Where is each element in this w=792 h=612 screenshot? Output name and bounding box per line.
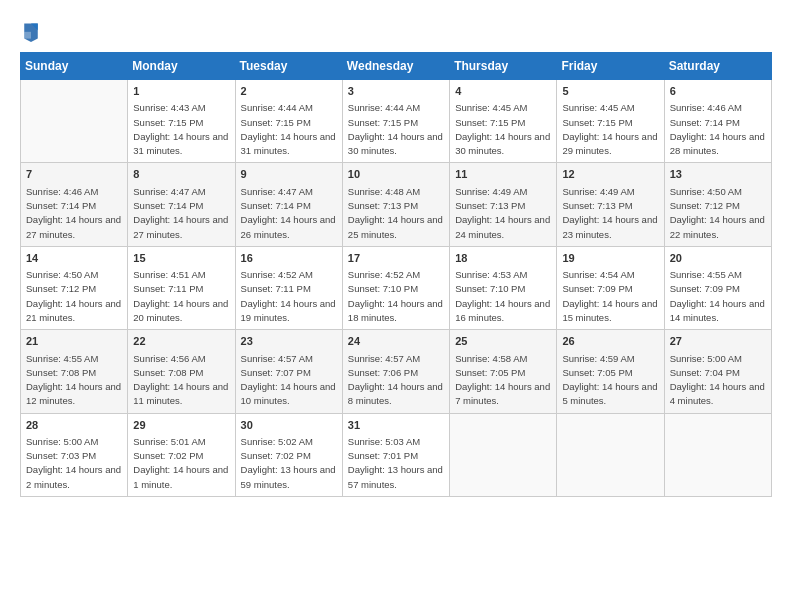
day-info: Sunrise: 4:54 AMSunset: 7:09 PMDaylight:…: [562, 268, 658, 325]
day-info: Sunrise: 5:03 AMSunset: 7:01 PMDaylight:…: [348, 435, 444, 492]
day-number: 15: [133, 251, 229, 266]
day-info: Sunrise: 4:47 AMSunset: 7:14 PMDaylight:…: [133, 185, 229, 242]
day-cell: 10Sunrise: 4:48 AMSunset: 7:13 PMDayligh…: [342, 163, 449, 246]
day-cell: 24Sunrise: 4:57 AMSunset: 7:06 PMDayligh…: [342, 330, 449, 413]
day-info: Sunrise: 4:46 AMSunset: 7:14 PMDaylight:…: [26, 185, 122, 242]
day-info: Sunrise: 4:48 AMSunset: 7:13 PMDaylight:…: [348, 185, 444, 242]
day-number: 7: [26, 167, 122, 182]
day-number: 18: [455, 251, 551, 266]
general-blue-logo-icon: [22, 20, 40, 42]
week-row-3: 14Sunrise: 4:50 AMSunset: 7:12 PMDayligh…: [21, 246, 772, 329]
day-number: 10: [348, 167, 444, 182]
day-info: Sunrise: 4:49 AMSunset: 7:13 PMDaylight:…: [562, 185, 658, 242]
day-cell: 28Sunrise: 5:00 AMSunset: 7:03 PMDayligh…: [21, 413, 128, 496]
day-info: Sunrise: 4:58 AMSunset: 7:05 PMDaylight:…: [455, 352, 551, 409]
day-number: 11: [455, 167, 551, 182]
day-number: 13: [670, 167, 766, 182]
day-number: 3: [348, 84, 444, 99]
day-number: 12: [562, 167, 658, 182]
day-cell: [557, 413, 664, 496]
day-info: Sunrise: 4:55 AMSunset: 7:08 PMDaylight:…: [26, 352, 122, 409]
day-cell: 6Sunrise: 4:46 AMSunset: 7:14 PMDaylight…: [664, 80, 771, 163]
day-info: Sunrise: 4:57 AMSunset: 7:06 PMDaylight:…: [348, 352, 444, 409]
day-cell: 13Sunrise: 4:50 AMSunset: 7:12 PMDayligh…: [664, 163, 771, 246]
day-info: Sunrise: 4:46 AMSunset: 7:14 PMDaylight:…: [670, 101, 766, 158]
day-number: 25: [455, 334, 551, 349]
day-cell: [450, 413, 557, 496]
day-number: 4: [455, 84, 551, 99]
day-info: Sunrise: 5:01 AMSunset: 7:02 PMDaylight:…: [133, 435, 229, 492]
col-header-tuesday: Tuesday: [235, 53, 342, 80]
day-cell: 16Sunrise: 4:52 AMSunset: 7:11 PMDayligh…: [235, 246, 342, 329]
day-info: Sunrise: 4:55 AMSunset: 7:09 PMDaylight:…: [670, 268, 766, 325]
day-cell: 1Sunrise: 4:43 AMSunset: 7:15 PMDaylight…: [128, 80, 235, 163]
day-number: 6: [670, 84, 766, 99]
day-number: 1: [133, 84, 229, 99]
day-number: 17: [348, 251, 444, 266]
day-cell: 4Sunrise: 4:45 AMSunset: 7:15 PMDaylight…: [450, 80, 557, 163]
day-cell: 18Sunrise: 4:53 AMSunset: 7:10 PMDayligh…: [450, 246, 557, 329]
day-cell: 8Sunrise: 4:47 AMSunset: 7:14 PMDaylight…: [128, 163, 235, 246]
day-cell: [664, 413, 771, 496]
day-number: 31: [348, 418, 444, 433]
day-number: 24: [348, 334, 444, 349]
col-header-sunday: Sunday: [21, 53, 128, 80]
day-number: 2: [241, 84, 337, 99]
svg-marker-2: [24, 32, 31, 39]
day-number: 19: [562, 251, 658, 266]
day-info: Sunrise: 4:50 AMSunset: 7:12 PMDaylight:…: [670, 185, 766, 242]
col-header-wednesday: Wednesday: [342, 53, 449, 80]
week-row-2: 7Sunrise: 4:46 AMSunset: 7:14 PMDaylight…: [21, 163, 772, 246]
week-row-1: 1Sunrise: 4:43 AMSunset: 7:15 PMDaylight…: [21, 80, 772, 163]
day-number: 21: [26, 334, 122, 349]
day-number: 8: [133, 167, 229, 182]
header-row: SundayMondayTuesdayWednesdayThursdayFrid…: [21, 53, 772, 80]
day-number: 16: [241, 251, 337, 266]
day-info: Sunrise: 4:45 AMSunset: 7:15 PMDaylight:…: [455, 101, 551, 158]
day-info: Sunrise: 4:53 AMSunset: 7:10 PMDaylight:…: [455, 268, 551, 325]
day-number: 22: [133, 334, 229, 349]
day-cell: 29Sunrise: 5:01 AMSunset: 7:02 PMDayligh…: [128, 413, 235, 496]
day-info: Sunrise: 5:00 AMSunset: 7:04 PMDaylight:…: [670, 352, 766, 409]
day-number: 5: [562, 84, 658, 99]
day-cell: 15Sunrise: 4:51 AMSunset: 7:11 PMDayligh…: [128, 246, 235, 329]
day-cell: 5Sunrise: 4:45 AMSunset: 7:15 PMDaylight…: [557, 80, 664, 163]
day-cell: 19Sunrise: 4:54 AMSunset: 7:09 PMDayligh…: [557, 246, 664, 329]
day-number: 27: [670, 334, 766, 349]
col-header-thursday: Thursday: [450, 53, 557, 80]
day-number: 20: [670, 251, 766, 266]
day-cell: 27Sunrise: 5:00 AMSunset: 7:04 PMDayligh…: [664, 330, 771, 413]
day-cell: 17Sunrise: 4:52 AMSunset: 7:10 PMDayligh…: [342, 246, 449, 329]
day-info: Sunrise: 4:49 AMSunset: 7:13 PMDaylight:…: [455, 185, 551, 242]
day-info: Sunrise: 4:57 AMSunset: 7:07 PMDaylight:…: [241, 352, 337, 409]
day-info: Sunrise: 4:43 AMSunset: 7:15 PMDaylight:…: [133, 101, 229, 158]
day-cell: 11Sunrise: 4:49 AMSunset: 7:13 PMDayligh…: [450, 163, 557, 246]
day-cell: [21, 80, 128, 163]
day-cell: 22Sunrise: 4:56 AMSunset: 7:08 PMDayligh…: [128, 330, 235, 413]
day-info: Sunrise: 4:50 AMSunset: 7:12 PMDaylight:…: [26, 268, 122, 325]
day-info: Sunrise: 5:00 AMSunset: 7:03 PMDaylight:…: [26, 435, 122, 492]
day-cell: 23Sunrise: 4:57 AMSunset: 7:07 PMDayligh…: [235, 330, 342, 413]
day-info: Sunrise: 4:47 AMSunset: 7:14 PMDaylight:…: [241, 185, 337, 242]
page-header: [20, 20, 772, 42]
day-number: 23: [241, 334, 337, 349]
day-number: 9: [241, 167, 337, 182]
day-info: Sunrise: 4:44 AMSunset: 7:15 PMDaylight:…: [348, 101, 444, 158]
day-info: Sunrise: 4:44 AMSunset: 7:15 PMDaylight:…: [241, 101, 337, 158]
day-cell: 7Sunrise: 4:46 AMSunset: 7:14 PMDaylight…: [21, 163, 128, 246]
day-number: 30: [241, 418, 337, 433]
day-number: 26: [562, 334, 658, 349]
week-row-5: 28Sunrise: 5:00 AMSunset: 7:03 PMDayligh…: [21, 413, 772, 496]
day-cell: 26Sunrise: 4:59 AMSunset: 7:05 PMDayligh…: [557, 330, 664, 413]
day-number: 29: [133, 418, 229, 433]
day-cell: 14Sunrise: 4:50 AMSunset: 7:12 PMDayligh…: [21, 246, 128, 329]
col-header-saturday: Saturday: [664, 53, 771, 80]
day-cell: 31Sunrise: 5:03 AMSunset: 7:01 PMDayligh…: [342, 413, 449, 496]
day-info: Sunrise: 5:02 AMSunset: 7:02 PMDaylight:…: [241, 435, 337, 492]
calendar-table: SundayMondayTuesdayWednesdayThursdayFrid…: [20, 52, 772, 497]
day-info: Sunrise: 4:52 AMSunset: 7:11 PMDaylight:…: [241, 268, 337, 325]
day-cell: 30Sunrise: 5:02 AMSunset: 7:02 PMDayligh…: [235, 413, 342, 496]
day-info: Sunrise: 4:56 AMSunset: 7:08 PMDaylight:…: [133, 352, 229, 409]
day-cell: 12Sunrise: 4:49 AMSunset: 7:13 PMDayligh…: [557, 163, 664, 246]
day-info: Sunrise: 4:45 AMSunset: 7:15 PMDaylight:…: [562, 101, 658, 158]
